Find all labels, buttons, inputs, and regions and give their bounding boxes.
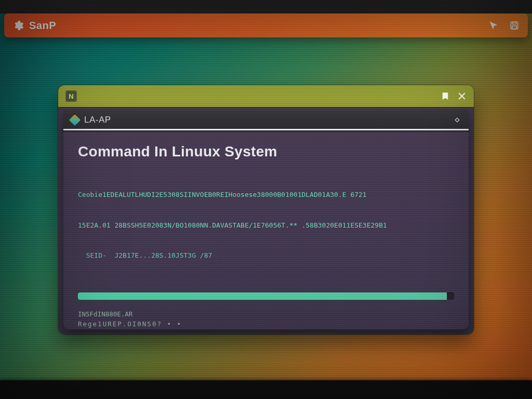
menubar-strip xyxy=(0,0,532,14)
inner-titlebar[interactable]: LA-AP xyxy=(63,111,469,130)
window-content: Command In Linuux System Ceobie1EDEALUTL… xyxy=(63,132,469,329)
location-icon[interactable] xyxy=(488,20,499,31)
close-icon[interactable] xyxy=(457,91,467,101)
status-line: S6FHUA0od1/2:1 xyxy=(78,329,454,329)
terminal-line: SEID- J2B17E...28S.10JST3G /87 xyxy=(78,250,454,261)
progress-bar-wrap xyxy=(78,292,454,300)
terminal-line: 15E2A.01 28BSSH5E02083N/BO1080NN.DAVASTA… xyxy=(78,220,454,231)
content-heading: Command In Linuux System xyxy=(78,143,454,160)
top-taskbar: SanP xyxy=(4,14,528,37)
bottom-taskbar xyxy=(0,380,532,399)
progress-bar[interactable] xyxy=(78,292,454,300)
status-block: INSFdIN880E.AR Rege1UREP.OI0NS0? • • S6F… xyxy=(78,309,454,330)
svg-rect-2 xyxy=(512,26,516,29)
diamond-icon xyxy=(69,114,81,126)
topbar-title: SanP xyxy=(29,20,56,32)
save-icon[interactable] xyxy=(509,20,520,31)
gear-icon[interactable] xyxy=(12,20,24,31)
terminal-line: Ceobie1EDEALUTLHUDI2E5308SIINVOEB0REIHoo… xyxy=(78,190,454,200)
outer-window-body: LA-AP Command In Linuux System Ceobie1ED… xyxy=(58,107,474,335)
svg-rect-3 xyxy=(455,118,459,122)
app-icon: N xyxy=(65,90,77,102)
bookmark-icon[interactable] xyxy=(441,91,450,101)
settings-diamond-icon[interactable] xyxy=(453,116,461,124)
inner-window: LA-AP Command In Linuux System Ceobie1ED… xyxy=(63,111,469,329)
outer-window: N LA-AP Command In Linuux System xyxy=(58,85,474,335)
inner-window-title: LA-AP xyxy=(84,115,111,125)
status-line: Rege1UREP.OI0NS0? • • xyxy=(78,319,454,329)
outer-titlebar[interactable]: N xyxy=(58,85,474,107)
status-line: INSFdIN880E.AR xyxy=(78,309,454,319)
terminal-output: Ceobie1EDEALUTLHUDI2E5308SIINVOEB0REIHoo… xyxy=(78,169,454,281)
svg-rect-1 xyxy=(513,22,516,24)
progress-bar-fill xyxy=(78,292,447,300)
